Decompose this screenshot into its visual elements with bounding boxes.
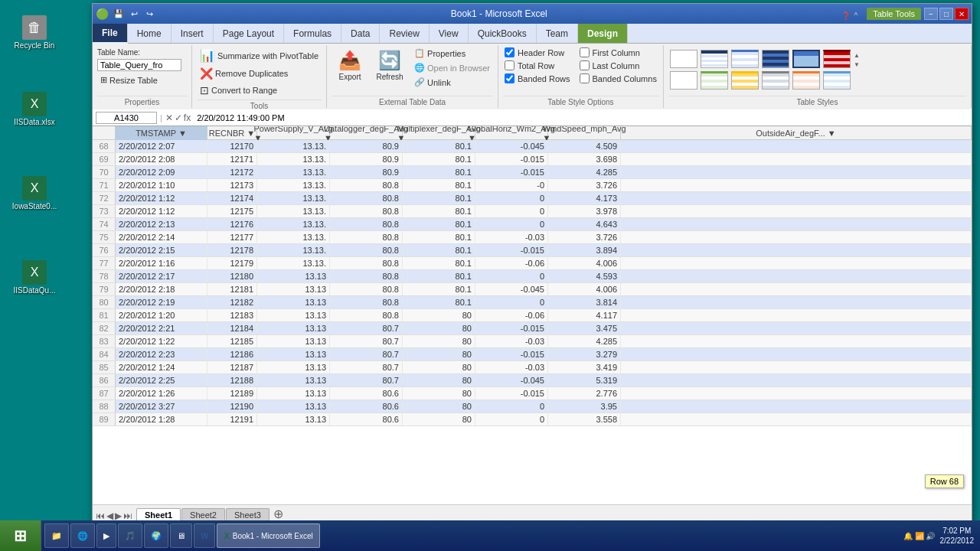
cell-dl[interactable]: 80.9 [330, 153, 403, 165]
cell-timestamp[interactable]: 2/20/2012 2:18 [116, 283, 207, 295]
cell-oa[interactable] [621, 322, 972, 334]
cell-gh[interactable]: -0.06 [475, 257, 548, 269]
cell-timestamp[interactable]: 2/20/2012 2:07 [116, 140, 207, 152]
col-header-recnbr[interactable]: RECNBR ▼ [207, 126, 257, 140]
cell-oa[interactable] [621, 140, 972, 152]
cell-oa[interactable] [621, 361, 972, 373]
cell-gh[interactable]: -0.015 [475, 166, 548, 178]
cell-dl[interactable]: 80.8 [330, 309, 403, 321]
table-row[interactable]: 85 2/20/2012 1:24 12187 13.13 80.7 80 -0… [93, 361, 972, 374]
cell-gh[interactable]: 0 [475, 400, 548, 412]
cell-dl[interactable]: 80.8 [330, 205, 403, 217]
tab-sheet3[interactable]: Sheet3 [226, 508, 270, 521]
style-swatch-4[interactable] [762, 50, 789, 68]
col-header-oa[interactable]: OutsideAir_degF... ▼ [621, 126, 972, 140]
cell-dl[interactable]: 80.8 [330, 296, 403, 308]
table-row[interactable]: 79 2/20/2012 2:18 12181 13.13 80.8 80.1 … [93, 283, 972, 296]
col-header-mx[interactable]: Multiplexer_degF_Avg ▼ [403, 126, 475, 140]
table-row[interactable]: 77 2/20/2012 1:16 12179 13.13. 80.8 80.1… [93, 257, 972, 270]
remove-duplicates-btn[interactable]: ❌ Remove Duplicates [197, 66, 291, 81]
recycle-bin-icon[interactable]: 🗑 Recycle Bin [8, 15, 61, 50]
cell-oa[interactable] [621, 179, 972, 191]
cell-mx[interactable]: 80.1 [403, 296, 475, 308]
cell-ps[interactable]: 13.13 [257, 361, 330, 373]
cell-gh[interactable]: 0 [475, 270, 548, 282]
cell-recnbr[interactable]: 12181 [207, 283, 257, 295]
add-sheet-btn[interactable]: ⊕ [273, 507, 283, 521]
style-swatch-11[interactable] [792, 71, 820, 90]
first-column-check[interactable]: First Column [578, 47, 658, 58]
cell-mx[interactable]: 80.1 [403, 179, 475, 191]
cell-timestamp[interactable]: 2/20/2012 2:21 [116, 322, 207, 334]
close-btn[interactable]: ✕ [955, 8, 969, 20]
cell-mx[interactable]: 80 [403, 413, 475, 425]
cell-dl[interactable]: 80.7 [330, 361, 403, 373]
cell-mx[interactable]: 80.1 [403, 244, 475, 256]
cell-timestamp[interactable]: 2/20/2012 2:13 [116, 218, 207, 230]
cell-timestamp[interactable]: 2/20/2012 2:23 [116, 348, 207, 360]
table-row[interactable]: 84 2/20/2012 2:23 12186 13.13 80.7 80 -0… [93, 348, 972, 361]
cell-dl[interactable]: 80.9 [330, 140, 403, 152]
table-row[interactable]: 81 2/20/2012 1:20 12183 13.13 80.8 80 -0… [93, 309, 972, 322]
cell-recnbr[interactable]: 12177 [207, 231, 257, 243]
tab-sheet1[interactable]: Sheet1 [136, 508, 181, 521]
cell-mx[interactable]: 80 [403, 335, 475, 347]
col-header-dl[interactable]: Datalogger_degF_Avg ▼ [330, 126, 403, 140]
tab-sheet2[interactable]: Sheet2 [181, 508, 225, 521]
tab-data[interactable]: Data [341, 24, 380, 43]
taskbar-word[interactable]: W [194, 523, 215, 548]
refresh-btn[interactable]: 🔄 Refresh [371, 47, 408, 83]
minimize-ribbon-icon[interactable]: ^ [854, 11, 858, 20]
cell-dl[interactable]: 80.7 [330, 322, 403, 334]
cell-gh[interactable]: 0 [475, 218, 548, 230]
confirm-formula-icon[interactable]: ✓ [175, 112, 182, 123]
iisdata-qu-icon[interactable]: X IISDataQu... [8, 260, 61, 295]
cell-gh[interactable]: -0.015 [475, 322, 548, 334]
tab-view[interactable]: View [430, 24, 469, 43]
taskbar-excel[interactable]: X Book1 - Microsoft Excel [217, 523, 319, 548]
cell-dl[interactable]: 80.6 [330, 413, 403, 425]
table-row[interactable]: 86 2/20/2012 2:25 12188 13.13 80.7 80 -0… [93, 374, 972, 387]
table-row[interactable]: 75 2/20/2012 2:14 12177 13.13. 80.8 80.1… [93, 231, 972, 244]
cell-recnbr[interactable]: 12187 [207, 361, 257, 373]
cell-mx[interactable]: 80.1 [403, 140, 475, 152]
cell-gh[interactable]: -0.015 [475, 244, 548, 256]
open-browser-btn[interactable]: 🌐 Open in Browser [411, 61, 493, 74]
style-swatch-6[interactable] [823, 50, 851, 68]
cell-ws[interactable]: 3.698 [548, 153, 621, 165]
taskbar-chrome[interactable]: 🌐 [70, 523, 95, 548]
cell-recnbr[interactable]: 12172 [207, 166, 257, 178]
cell-ps[interactable]: 13.13. [257, 192, 330, 204]
cell-mx[interactable]: 80.1 [403, 283, 475, 295]
cell-dl[interactable]: 80.9 [330, 166, 403, 178]
cell-gh[interactable]: -0.06 [475, 309, 548, 321]
table-row[interactable]: 82 2/20/2012 2:21 12184 13.13 80.7 80 -0… [93, 322, 972, 335]
cell-ws[interactable]: 3.726 [548, 179, 621, 191]
table-row[interactable]: 83 2/20/2012 1:22 12185 13.13 80.7 80 -0… [93, 335, 972, 348]
cell-recnbr[interactable]: 12175 [207, 205, 257, 217]
cell-ps[interactable]: 13.13. [257, 205, 330, 217]
cell-gh[interactable]: 0 [475, 296, 548, 308]
col-header-tmstamp[interactable]: TMSTAMP ▼ [116, 126, 207, 140]
cell-ws[interactable]: 4.117 [548, 309, 621, 321]
style-swatch-9[interactable] [731, 71, 759, 90]
cell-recnbr[interactable]: 12188 [207, 374, 257, 386]
cell-ws[interactable]: 4.173 [548, 192, 621, 204]
banded-columns-check[interactable]: Banded Columns [578, 73, 658, 84]
scroll-down-arrow[interactable]: ▼ [854, 61, 860, 68]
cell-oa[interactable] [621, 348, 972, 360]
cell-ps[interactable]: 13.13 [257, 296, 330, 308]
cell-ps[interactable]: 13.13. [257, 153, 330, 165]
cell-mx[interactable]: 80.1 [403, 270, 475, 282]
tab-team[interactable]: Team [537, 24, 578, 43]
cell-recnbr[interactable]: 12185 [207, 335, 257, 347]
cell-gh[interactable]: -0 [475, 179, 548, 191]
cell-ps[interactable]: 13.13. [257, 244, 330, 256]
cell-oa[interactable] [621, 270, 972, 282]
cell-mx[interactable]: 80.1 [403, 257, 475, 269]
cell-recnbr[interactable]: 12173 [207, 179, 257, 191]
cell-ps[interactable]: 13.13. [257, 231, 330, 243]
cell-recnbr[interactable]: 12190 [207, 400, 257, 412]
col-header-ws[interactable]: WindSpeed_mph_Avg ▼ [548, 126, 621, 140]
cell-ws[interactable]: 3.419 [548, 361, 621, 373]
